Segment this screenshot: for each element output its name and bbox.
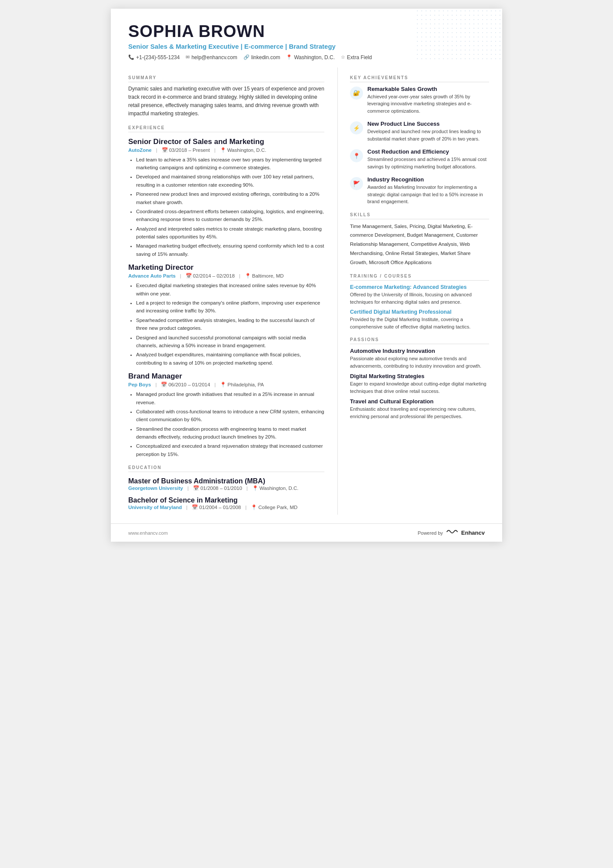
job-bullets-1: Led team to achieve a 35% sales increase…: [128, 156, 324, 258]
passion-item-3: Travel and Cultural Exploration Enthusia…: [350, 398, 489, 420]
edu-degree-1: Master of Business Administration (MBA): [128, 477, 324, 485]
job-entry-2: Marketing Director Advance Auto Parts | …: [128, 263, 324, 367]
edu-date-2: 📅 01/2004 – 01/2008: [192, 504, 241, 510]
phone-icon: 📞: [128, 54, 134, 60]
candidate-title: Senior Sales & Marketing Executive | E-c…: [128, 43, 485, 50]
list-item: Spearheaded competitive analysis strateg…: [136, 316, 324, 332]
job-bullets-2: Executed digital marketing strategies th…: [128, 282, 324, 367]
two-column-layout: SUMMARY Dynamic sales and marketing exec…: [111, 67, 502, 523]
job-location-1: 📍 Washington, D.C.: [220, 147, 267, 153]
passion-title-2: Digital Marketing Strategies: [350, 373, 489, 379]
skills-label: SKILLS: [350, 212, 489, 219]
calendar-icon-edu-2: 📅: [192, 504, 198, 510]
pin-icon-edu-1: 📍: [252, 485, 258, 491]
header-section: SOPHIA BROWN Senior Sales & Marketing Ex…: [111, 9, 502, 67]
edu-school-2: University of Maryland: [128, 505, 182, 510]
pin-icon-1: 📍: [220, 147, 226, 153]
summary-text: Dynamic sales and marketing executive wi…: [128, 85, 324, 118]
location-icon: 📍: [286, 54, 292, 60]
experience-label: EXPERIENCE: [128, 125, 324, 132]
achievement-title-1: Remarkable Sales Growth: [367, 86, 489, 92]
achievement-desc-1: Achieved year-over-year sales growth of …: [367, 93, 489, 115]
training-item-1: E-commerce Marketing: Advanced Strategie…: [350, 284, 489, 305]
enhancv-brand-name: Enhancv: [461, 530, 485, 536]
edu-meta-2: University of Maryland | 📅 01/2004 – 01/…: [128, 504, 324, 510]
list-item: Analyzed budget expenditures, maintainin…: [136, 351, 324, 367]
achievement-title-2: New Product Line Success: [367, 121, 489, 127]
training-desc-2: Provided by the Digital Marketing Instit…: [350, 316, 489, 330]
achievement-item-2: ⚡ New Product Line Success Developed and…: [350, 121, 489, 142]
footer: www.enhancv.com Powered by Enhancv: [111, 523, 502, 542]
contact-location: 📍 Washington, D.C.: [286, 54, 335, 60]
list-item: Managed marketing budget effectively, en…: [136, 242, 324, 258]
job-meta-1: AutoZone | 📅 03/2018 – Present | 📍 Washi…: [128, 147, 324, 153]
passions-label: PASSIONS: [350, 337, 489, 344]
passion-item-2: Digital Marketing Strategies Eager to ex…: [350, 373, 489, 395]
list-item: Managed product line growth initiatives …: [136, 390, 324, 406]
edu-degree-2: Bachelor of Science in Marketing: [128, 496, 324, 504]
list-item: Pioneered new product lines and improved…: [136, 190, 324, 206]
email-icon: ✉: [186, 54, 190, 60]
passion-desc-1: Passionate about exploring new automotiv…: [350, 355, 489, 369]
job-entry-3: Brand Manager Pep Boys | 📅 06/2010 – 01/…: [128, 372, 324, 458]
list-item: Developed and maintained strong relation…: [136, 173, 324, 189]
summary-label: SUMMARY: [128, 75, 324, 82]
list-item: Streamlined the coordination process wit…: [136, 425, 324, 441]
achievement-desc-2: Developed and launched new product lines…: [367, 128, 489, 142]
passion-title-3: Travel and Cultural Exploration: [350, 398, 489, 405]
edu-location-2: 📍 College Park, MD: [251, 504, 297, 510]
edu-school-1: Georgetown University: [128, 486, 183, 491]
job-date-1: 📅 03/2018 – Present: [162, 147, 210, 153]
pin-icon-2: 📍: [245, 273, 251, 279]
powered-by-text: Powered by: [418, 530, 443, 536]
edu-entry-1: Master of Business Administration (MBA) …: [128, 477, 324, 491]
list-item: Collaborated with cross-functional teams…: [136, 408, 324, 424]
training-title-1: E-commerce Marketing: Advanced Strategie…: [350, 284, 489, 290]
calendar-icon-1: 📅: [162, 147, 168, 153]
achievement-icon-3: 📍: [350, 149, 363, 162]
job-meta-3: Pep Boys | 📅 06/2010 – 01/2014 | 📍 Phila…: [128, 382, 324, 388]
contact-row: 📞 +1-(234)-555-1234 ✉ help@enhancv.com 🔗…: [128, 54, 485, 60]
list-item: Designed and launched successful promoti…: [136, 334, 324, 350]
edu-entry-2: Bachelor of Science in Marketing Univers…: [128, 496, 324, 510]
star-icon: ☆: [341, 54, 345, 60]
achievement-title-3: Cost Reduction and Efficiency: [367, 148, 489, 155]
job-meta-2: Advance Auto Parts | 📅 02/2014 – 02/2018…: [128, 273, 324, 279]
training-item-2: Certified Digital Marketing Professional…: [350, 309, 489, 330]
link-icon: 🔗: [243, 54, 250, 60]
training-title-2: Certified Digital Marketing Professional: [350, 309, 489, 315]
calendar-icon-edu-1: 📅: [193, 485, 199, 491]
list-item: Conceptualized and executed a brand reju…: [136, 442, 324, 458]
achievements-label: KEY ACHIEVEMENTS: [350, 75, 489, 82]
job-title-1: Senior Director of Sales and Marketing: [128, 137, 324, 146]
edu-location-1: 📍 Washington, D.C.: [252, 485, 299, 491]
achievement-item-4: 🚩 Industry Recognition Awarded as Market…: [350, 176, 489, 205]
pin-icon-edu-2: 📍: [251, 504, 257, 510]
education-label: EDUCATION: [128, 465, 324, 472]
passion-title-1: Automotive Industry Innovation: [350, 348, 489, 354]
pin-icon-3: 📍: [220, 382, 226, 388]
achievement-desc-3: Streamlined processes and achieved a 15%…: [367, 156, 489, 170]
passion-desc-2: Eager to expand knowledge about cutting-…: [350, 380, 489, 395]
list-item: Coordinated cross-department efforts bet…: [136, 208, 324, 224]
contact-website: 🔗 linkedin.com: [243, 54, 280, 60]
job-location-2: 📍 Baltimore, MD: [245, 273, 284, 279]
skills-text: Time Management, Sales, Pricing, Digital…: [350, 222, 489, 267]
job-title-2: Marketing Director: [128, 263, 324, 272]
achievement-item-1: 🔐 Remarkable Sales Growth Achieved year-…: [350, 86, 489, 115]
job-title-3: Brand Manager: [128, 372, 324, 381]
list-item: Analyzed and interpreted sales metrics t…: [136, 225, 324, 241]
training-label: TRAINING / COURSES: [350, 274, 489, 281]
achievement-icon-1: 🔐: [350, 87, 363, 100]
achievement-icon-2: ⚡: [350, 121, 363, 134]
job-location-3: 📍 Philadelphia, PA: [220, 382, 264, 388]
right-column: KEY ACHIEVEMENTS 🔐 Remarkable Sales Grow…: [338, 67, 502, 515]
calendar-icon-2: 📅: [186, 273, 192, 279]
achievement-icon-4: 🚩: [350, 177, 363, 190]
training-desc-1: Offered by the University of Illinois, f…: [350, 291, 489, 305]
contact-extra: ☆ Extra Field: [341, 54, 372, 60]
job-bullets-3: Managed product line growth initiatives …: [128, 390, 324, 458]
left-column: SUMMARY Dynamic sales and marketing exec…: [111, 67, 338, 515]
company-1: AutoZone: [128, 147, 152, 153]
job-date-3: 📅 06/2010 – 01/2014: [161, 382, 210, 388]
